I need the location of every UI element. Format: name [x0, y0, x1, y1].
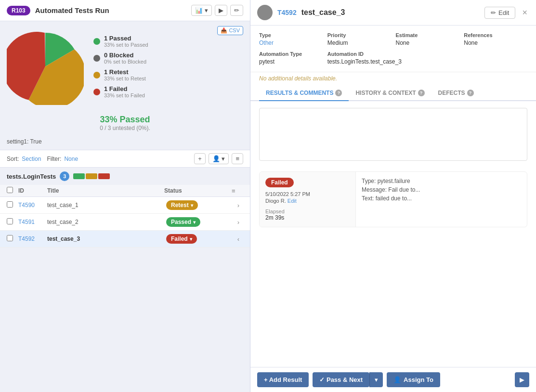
edit-pencil-icon: ✏: [491, 9, 496, 16]
section-header: tests.LoginTests 3: [0, 168, 250, 185]
chart-area: 1 Passed 33% set to Passed 0 Blocked 0% …: [0, 21, 250, 112]
pass-next-group: ✓ Pass & Next ▾: [313, 372, 383, 387]
passed-dot: [93, 38, 100, 45]
meta-priority-label: Priority: [327, 32, 391, 38]
close-panel-btn[interactable]: ×: [520, 8, 529, 18]
th-id: ID: [18, 187, 47, 194]
meta-grid: Type Other Priority Medium Estimate None…: [250, 26, 536, 72]
comment-textarea[interactable]: [259, 108, 527, 161]
legend-passed: 1 Passed 33% set to Passed: [93, 35, 148, 48]
blocked-dot: [93, 55, 100, 62]
pass-next-dropdown-btn[interactable]: ▾: [369, 372, 383, 387]
meta-priority-value: Medium: [327, 39, 391, 46]
assign-to-btn[interactable]: 👤 Assign To: [387, 372, 440, 387]
section-count: 3: [60, 171, 69, 181]
mini-retest: [86, 173, 97, 179]
row-status-0[interactable]: Retest ▾: [166, 200, 234, 210]
run-title: Automated Tests Run: [35, 6, 187, 14]
row-id-1[interactable]: T4591: [18, 219, 47, 225]
elapsed-label: Elapsed: [265, 209, 350, 214]
status-pill-retest[interactable]: Retest ▾: [166, 200, 198, 210]
meta-automation-id-value: tests.LoginTests.test_case_3: [327, 58, 459, 65]
legend-blocked: 0 Blocked 0% set to Blocked: [93, 52, 148, 65]
select-all-checkbox[interactable]: [7, 187, 13, 193]
row-title-2: test_case_3: [47, 235, 166, 242]
meta-estimate-value: None: [396, 39, 459, 46]
meta-references-value: None: [464, 39, 527, 46]
tab-history[interactable]: HISTORY & CONTEXT ?: [349, 85, 431, 101]
row-status-1[interactable]: Passed ▾: [166, 217, 234, 227]
stats-area: 33% Passed 0 / 3 untested (0%).: [0, 112, 250, 136]
add-result-btn[interactable]: + Add Result: [257, 372, 309, 387]
case-avatar: [257, 5, 273, 20]
row-id-2[interactable]: T4592: [18, 235, 47, 242]
chart-icon-btn[interactable]: 📊 ▾: [191, 5, 212, 16]
passed-label: 1 Passed: [104, 35, 148, 42]
stat-sub: 0 / 3 untested (0%).: [0, 125, 250, 131]
chart-legend: 1 Passed 33% set to Passed 0 Blocked 0% …: [93, 35, 148, 98]
table-row-selected: T4592 test_case_3 Failed ▾ ‹: [0, 231, 250, 248]
play-icon-btn[interactable]: ▶: [215, 5, 227, 16]
right-panel: T4592 test_case_3 ✏ Edit × Type Other Pr…: [250, 0, 536, 392]
edit-icon-btn[interactable]: ✏: [230, 5, 243, 16]
tab-results[interactable]: RESULTS & COMMENTS ?: [259, 85, 349, 101]
setting-bar: setting1: True: [0, 136, 250, 150]
retest-sub: 33% set to Retest: [104, 76, 146, 81]
meta-automation-id: Automation ID tests.LoginTests.test_case…: [327, 51, 459, 65]
columns-btn[interactable]: ≡: [232, 153, 243, 164]
left-panel: R103 Automated Tests Run 📊 ▾ ▶ ✏ 📥 CSV: [0, 0, 250, 392]
meta-type: Type Other: [259, 32, 323, 46]
row-status-2[interactable]: Failed ▾: [166, 234, 234, 244]
columns-icon[interactable]: ≡: [232, 187, 243, 195]
edit-case-btn[interactable]: ✏ Edit: [484, 7, 515, 19]
defects-help-icon[interactable]: ?: [467, 90, 474, 96]
meta-type-value: Other: [259, 39, 323, 46]
failed-dot: [93, 89, 100, 95]
mini-status-bar: [73, 173, 110, 179]
row-checkbox-0[interactable]: [7, 201, 18, 209]
csv-icon: 📥: [221, 27, 227, 33]
row-checkbox-1[interactable]: [7, 218, 18, 226]
add-filter-btn[interactable]: +: [194, 153, 206, 164]
case-title: test_case_3: [301, 8, 480, 17]
mini-failed: [98, 173, 110, 179]
blocked-label: 0 Blocked: [104, 52, 146, 59]
pass-next-btn[interactable]: ✓ Pass & Next: [313, 372, 369, 387]
csv-export-btn[interactable]: 📥 CSV: [217, 26, 243, 35]
bottom-bar: + Add Result ✓ Pass & Next ▾ 👤 Assign To…: [250, 367, 536, 392]
meta-priority: Priority Medium: [327, 32, 391, 46]
elapsed-value: 2m 39s: [265, 214, 350, 221]
result-left: Failed 5/10/2022 5:27 PM Diogo R. Edit E…: [260, 172, 356, 227]
meta-automation-id-label: Automation ID: [327, 51, 459, 57]
stat-pct: 33% Passed: [0, 115, 250, 125]
row-title-0: test_case_1: [47, 202, 166, 209]
row-arrow-1[interactable]: ›: [234, 219, 243, 226]
retest-label: 1 Retest: [104, 68, 146, 76]
table-header: ID Title Status ≡: [0, 185, 250, 197]
row-checkbox-2[interactable]: [7, 235, 18, 243]
status-pill-failed[interactable]: Failed ▾: [166, 234, 197, 244]
no-details: No additional details available.: [250, 72, 536, 85]
tabs-row: RESULTS & COMMENTS ? HISTORY & CONTEXT ?…: [250, 85, 536, 101]
row-id-0[interactable]: T4590: [18, 202, 47, 209]
meta-estimate: Estimate None: [396, 32, 459, 46]
play-run-btn[interactable]: ▶: [515, 372, 529, 387]
result-right: Type: pytest.failure Message: Fail due t…: [356, 172, 527, 227]
tab-defects[interactable]: DEFECTS ?: [431, 85, 481, 101]
group-btn[interactable]: 👤 ▾: [209, 153, 229, 164]
history-help-icon[interactable]: ?: [418, 90, 425, 96]
result-message: Message: Fail due to...: [362, 186, 521, 193]
sort-label: Sort:: [7, 156, 19, 162]
result-date: 5/10/2022 5:27 PM: [265, 191, 350, 197]
row-arrow-2[interactable]: ‹: [234, 235, 243, 243]
result-edit-link[interactable]: Edit: [288, 198, 297, 204]
row-arrow-0[interactable]: ›: [234, 202, 243, 209]
header-icons: 📊 ▾ ▶ ✏: [191, 5, 243, 16]
section-name: tests.LoginTests: [7, 173, 56, 180]
filter-value[interactable]: None: [64, 156, 78, 162]
status-pill-passed[interactable]: Passed ▾: [166, 217, 200, 227]
meta-type-label: Type: [259, 32, 323, 38]
results-help-icon[interactable]: ?: [335, 90, 342, 96]
meta-automation-type: Automation Type pytest: [259, 51, 323, 65]
sort-value[interactable]: Section: [22, 156, 41, 162]
